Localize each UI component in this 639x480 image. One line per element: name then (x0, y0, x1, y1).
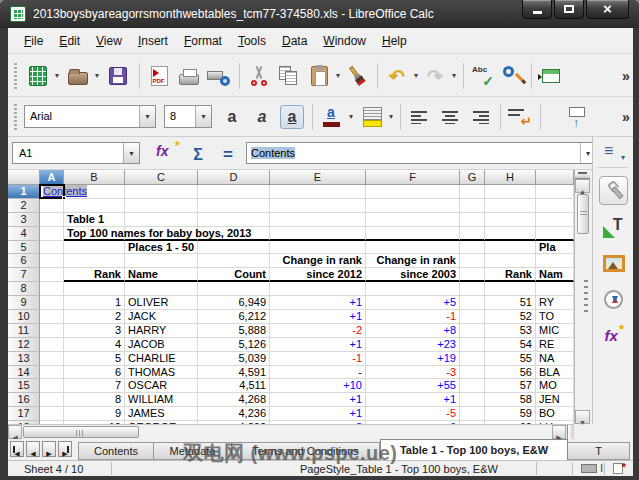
cell-H3[interactable] (485, 213, 536, 227)
toolbar-grip[interactable] (14, 63, 17, 89)
cell-I14[interactable]: BLA (536, 366, 574, 380)
cell-B11[interactable]: 3 (64, 324, 125, 338)
cell-E11[interactable]: -2 (270, 324, 366, 338)
cell-G15[interactable] (460, 379, 485, 393)
row-header-7[interactable]: 7 (8, 268, 40, 282)
cell-C3[interactable] (125, 213, 198, 227)
font-color-dropdown[interactable] (346, 105, 356, 129)
cell-I15[interactable]: MO (536, 379, 574, 393)
cell-B10[interactable]: 2 (64, 310, 125, 324)
cell-E3[interactable] (270, 213, 366, 227)
cell-E12[interactable]: +1 (270, 338, 366, 352)
cell-C6[interactable] (125, 254, 198, 268)
cell-I11[interactable]: MIC (536, 324, 574, 338)
cell-D2[interactable] (198, 199, 270, 213)
cell-D3[interactable] (198, 213, 270, 227)
export-pdf-button[interactable] (147, 64, 171, 88)
row-header-4[interactable]: 4 (8, 227, 40, 241)
sort-button[interactable] (539, 64, 563, 88)
cell-D7[interactable]: Count (198, 268, 270, 282)
name-box[interactable]: A1 (12, 142, 140, 164)
cell-F10[interactable]: -1 (366, 310, 460, 324)
cell-A4[interactable] (40, 227, 64, 241)
cell-H7[interactable]: Rank (485, 268, 536, 282)
font-size-dropdown[interactable] (195, 106, 211, 127)
save-button[interactable] (106, 64, 130, 88)
cell-H14[interactable]: 56 (485, 366, 536, 380)
next-sheet-button[interactable] (42, 441, 56, 457)
spelling-button[interactable] (471, 64, 495, 88)
cell-E13[interactable]: -1 (270, 352, 366, 366)
cell-E15[interactable]: +10 (270, 379, 366, 393)
name-box-dropdown[interactable] (123, 143, 139, 163)
cell-E17[interactable]: +1 (270, 407, 366, 421)
document-modified-icon[interactable] (613, 463, 623, 474)
cell-B16[interactable]: 8 (64, 393, 125, 407)
menu-tools[interactable]: Tools (230, 31, 274, 51)
cell-B5[interactable] (64, 241, 125, 255)
cell-D13[interactable]: 5,039 (198, 352, 270, 366)
cell-G10[interactable] (460, 310, 485, 324)
row-header-9[interactable]: 9 (8, 296, 40, 310)
bold-button[interactable] (220, 105, 244, 129)
cell-H12[interactable]: 54 (485, 338, 536, 352)
cell-D14[interactable]: 4,591 (198, 366, 270, 380)
cell-F17[interactable]: -5 (366, 407, 460, 421)
cell-D5[interactable] (198, 241, 270, 255)
selection-mode-icon[interactable] (581, 464, 597, 473)
row-header-1[interactable]: 1 (8, 185, 40, 199)
cell-E10[interactable]: +1 (270, 310, 366, 324)
function-wizard-button[interactable] (156, 142, 180, 164)
sheet-tab-t[interactable]: T (568, 442, 630, 460)
menu-window[interactable]: Window (315, 31, 374, 51)
spreadsheet-grid[interactable]: ABCDEFGH1Contents23Table 14Top 100 names… (8, 170, 574, 424)
column-header-E[interactable]: E (270, 170, 366, 185)
cell-E9[interactable]: +1 (270, 296, 366, 310)
column-header-clipped[interactable] (536, 170, 574, 185)
column-header-D[interactable]: D (198, 170, 270, 185)
menu-edit[interactable]: Edit (51, 31, 88, 51)
cell-I10[interactable]: TO (536, 310, 574, 324)
redo-dropdown[interactable] (449, 64, 459, 88)
cell-A5[interactable] (40, 241, 64, 255)
cell-I5[interactable]: Pla (536, 241, 574, 255)
cell-F15[interactable]: +55 (366, 379, 460, 393)
row-header-13[interactable]: 13 (8, 352, 40, 366)
cell-H16[interactable]: 58 (485, 393, 536, 407)
row-header-15[interactable]: 15 (8, 379, 40, 393)
toolbar-overflow-button[interactable] (614, 105, 638, 129)
cell-E2[interactable] (270, 199, 366, 213)
cell-B15[interactable]: 7 (64, 379, 125, 393)
cell-F8[interactable] (366, 282, 460, 296)
cell-D17[interactable]: 4,236 (198, 407, 270, 421)
cell-C13[interactable]: CHARLIE (125, 352, 198, 366)
highlight-color-button[interactable] (360, 105, 384, 129)
formula-button[interactable] (216, 143, 240, 167)
cell-D1[interactable] (198, 185, 270, 199)
sheet-tab-contents[interactable]: Contents (78, 442, 154, 460)
previous-sheet-button[interactable] (26, 441, 40, 457)
cell-I1[interactable] (536, 185, 574, 199)
cell-B6[interactable] (64, 254, 125, 268)
cell-I12[interactable]: RE (536, 338, 574, 352)
cell-H11[interactable]: 53 (485, 324, 536, 338)
cell-D15[interactable]: 4,511 (198, 379, 270, 393)
cell-C1[interactable] (125, 185, 198, 199)
cell-G7[interactable] (460, 268, 485, 282)
font-color-button[interactable] (320, 105, 344, 129)
cell-A15[interactable] (40, 379, 64, 393)
row-header-5[interactable]: 5 (8, 241, 40, 255)
cell-E8[interactable] (270, 282, 366, 296)
scroll-down-button[interactable] (575, 410, 590, 424)
column-header-B[interactable]: B (64, 170, 125, 185)
cell-F13[interactable]: +19 (366, 352, 460, 366)
new-document-button[interactable] (26, 64, 50, 88)
cell-D12[interactable]: 5,126 (198, 338, 270, 352)
cell-D16[interactable]: 4,268 (198, 393, 270, 407)
align-center-button[interactable] (438, 105, 462, 129)
cell-F2[interactable] (366, 199, 460, 213)
cell-A7[interactable] (40, 268, 64, 282)
cell-D9[interactable]: 6,949 (198, 296, 270, 310)
title-bar[interactable]: 2013boysbyareagorrsmonthwebtables_tcm77-… (0, 0, 639, 28)
cell-C12[interactable]: JACOB (125, 338, 198, 352)
